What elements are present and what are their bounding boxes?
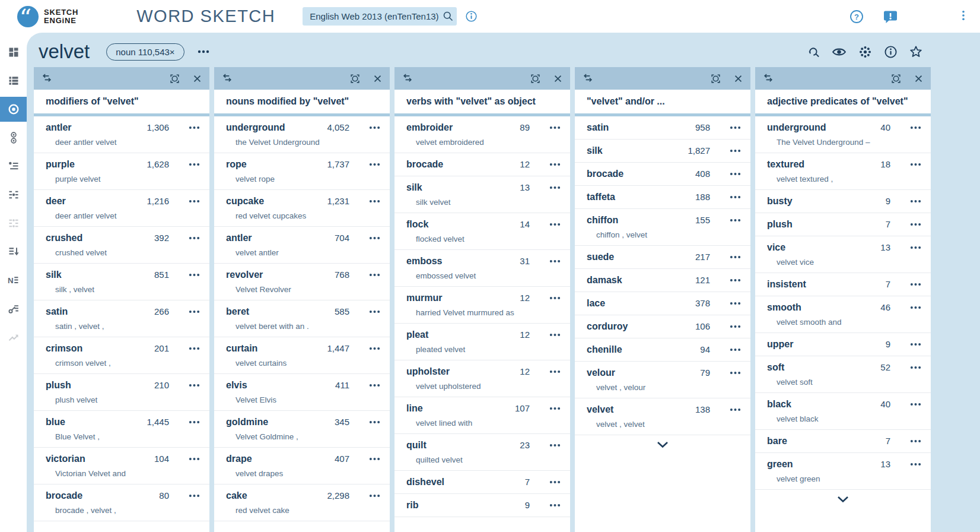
collocate-word[interactable]: textured [767, 158, 845, 171]
collocate-frequency[interactable]: 9 [485, 500, 530, 510]
collocate-frequency[interactable]: 40 [845, 399, 890, 409]
swap-columns-icon[interactable] [402, 72, 413, 84]
collocate-word[interactable]: crimson [46, 342, 124, 355]
collocate-frequency[interactable]: 408 [665, 169, 710, 179]
row-menu-icon[interactable] [890, 246, 924, 249]
corpus-info-icon[interactable] [465, 10, 478, 23]
collocate-frequency[interactable]: 94 [665, 344, 710, 354]
row-menu-icon[interactable] [169, 457, 202, 461]
row-menu-icon[interactable] [349, 310, 383, 314]
collocate-word[interactable]: underground [226, 121, 304, 134]
example-phrase[interactable]: Velvet Revolver [226, 284, 383, 295]
row-menu-icon[interactable] [530, 444, 563, 447]
close-column-icon[interactable] [733, 74, 743, 84]
collocate-word[interactable]: velvet [587, 403, 665, 416]
example-phrase[interactable]: velvet vice [767, 257, 924, 268]
collocate-word[interactable]: murmur [406, 292, 485, 305]
row-menu-icon[interactable] [530, 480, 563, 484]
show-more-button[interactable] [575, 435, 750, 453]
collocate-frequency[interactable]: 107 [485, 403, 530, 413]
example-phrase[interactable]: the Velvet Underground [226, 137, 383, 148]
collocate-word[interactable]: suede [587, 251, 665, 264]
collocate-frequency[interactable]: 1,628 [124, 159, 169, 169]
row-menu-icon[interactable] [710, 408, 743, 411]
collocate-frequency[interactable]: 7 [845, 279, 890, 289]
collocate-frequency[interactable]: 52 [845, 362, 890, 372]
collocate-word[interactable]: rib [406, 499, 485, 512]
collocate-word[interactable]: cake [226, 489, 304, 502]
collocate-word[interactable]: chenille [587, 343, 665, 356]
collocate-frequency[interactable]: 201 [124, 343, 169, 353]
example-phrase[interactable]: purple velvet [46, 174, 202, 185]
collocate-frequency[interactable]: 13 [485, 182, 530, 192]
collocate-frequency[interactable]: 89 [485, 122, 530, 132]
collocate-frequency[interactable]: 1,827 [665, 145, 710, 156]
collocate-frequency[interactable]: 2,298 [304, 490, 349, 501]
collocate-word[interactable]: soft [767, 361, 845, 374]
focus-column-icon[interactable] [890, 73, 902, 84]
collocate-word[interactable]: purple [46, 158, 124, 171]
collocate-frequency[interactable]: 14 [485, 219, 530, 229]
row-menu-icon[interactable] [169, 384, 202, 387]
collocate-frequency[interactable]: 851 [124, 270, 169, 280]
row-menu-icon[interactable] [530, 504, 563, 507]
collocate-frequency[interactable]: 23 [485, 440, 530, 450]
collocate-word[interactable]: silk [46, 268, 124, 281]
row-menu-icon[interactable] [530, 333, 563, 337]
feedback-icon[interactable] [883, 10, 898, 24]
collocate-frequency[interactable]: 958 [665, 122, 710, 132]
example-phrase[interactable]: plush velvet [46, 395, 202, 406]
row-menu-icon[interactable] [349, 457, 383, 461]
collocate-word[interactable]: upholster [406, 365, 485, 378]
example-phrase[interactable]: velvet , velour [587, 382, 743, 393]
example-phrase[interactable]: velvet black [767, 414, 924, 425]
collocate-word[interactable]: upper [767, 338, 845, 351]
row-menu-icon[interactable] [169, 420, 202, 424]
row-menu-icon[interactable] [349, 420, 383, 424]
visualization-icon[interactable] [858, 45, 873, 59]
row-menu-icon[interactable] [349, 200, 383, 203]
collocate-word[interactable]: elvis [226, 379, 304, 392]
collocate-word[interactable]: goldmine [226, 416, 304, 429]
example-phrase[interactable]: velvet drapes [226, 468, 383, 479]
example-phrase[interactable]: quilted velvet [406, 455, 563, 466]
focus-column-icon[interactable] [169, 73, 180, 84]
swap-columns-icon[interactable] [762, 72, 774, 84]
row-menu-icon[interactable] [349, 126, 383, 129]
collocate-word[interactable]: damask [587, 274, 665, 287]
collocate-frequency[interactable]: 7 [845, 219, 890, 229]
example-phrase[interactable]: deer antler velvet [46, 137, 202, 148]
example-phrase[interactable]: velvet embroidered [406, 137, 563, 148]
example-phrase[interactable]: silk , velvet [46, 284, 202, 295]
example-phrase[interactable]: pleated velvet [406, 344, 563, 355]
sidebar-item-corpus-info[interactable] [0, 68, 27, 93]
collocate-word[interactable]: deer [46, 195, 124, 208]
collocate-word[interactable]: plush [46, 379, 124, 392]
info-icon[interactable] [884, 45, 898, 59]
example-phrase[interactable]: flocked velvet [406, 234, 563, 245]
row-menu-icon[interactable] [710, 195, 743, 199]
row-menu-icon[interactable] [169, 310, 202, 314]
example-phrase[interactable]: chiffon , velvet [587, 230, 743, 240]
row-menu-icon[interactable] [890, 200, 924, 203]
row-menu-icon[interactable] [890, 283, 924, 286]
pos-frequency-badge[interactable]: noun 110,543× [106, 43, 184, 61]
help-icon[interactable]: ? [849, 10, 864, 24]
collocate-word[interactable]: antler [46, 121, 124, 134]
collocate-frequency[interactable]: 585 [304, 306, 349, 316]
focus-column-icon[interactable] [710, 73, 721, 84]
collocate-frequency[interactable]: 392 [124, 233, 169, 243]
sidebar-item-word-sketch-difference[interactable] [0, 125, 27, 150]
row-menu-icon[interactable] [890, 306, 924, 309]
collocate-word[interactable]: taffeta [587, 191, 665, 204]
row-menu-icon[interactable] [890, 366, 924, 369]
example-phrase[interactable]: velvet beret with an . [226, 321, 383, 332]
row-menu-icon[interactable] [349, 494, 383, 498]
collocate-word[interactable]: velour [587, 366, 665, 379]
swap-columns-icon[interactable] [221, 72, 233, 84]
collocate-frequency[interactable]: 1,231 [304, 196, 349, 206]
example-phrase[interactable]: red velvet cupcakes [226, 211, 383, 221]
collocate-word[interactable]: bare [767, 435, 845, 448]
collocate-word[interactable]: satin [46, 305, 124, 318]
focus-column-icon[interactable] [530, 73, 541, 84]
